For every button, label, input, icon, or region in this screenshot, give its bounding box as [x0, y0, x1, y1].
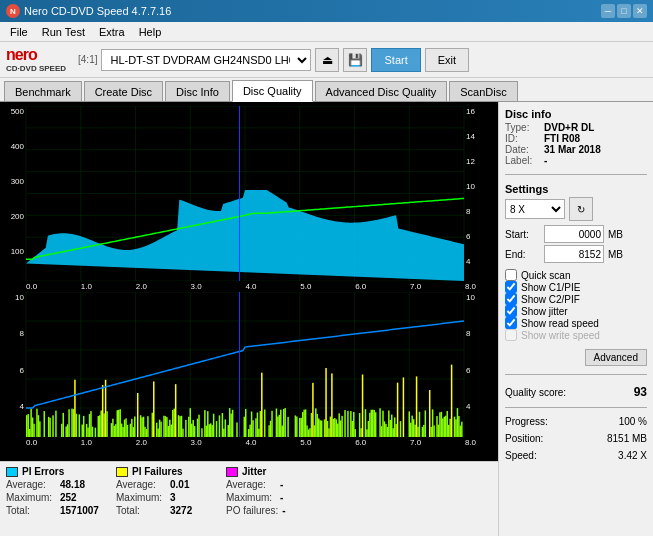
type-label: Type: — [505, 122, 540, 133]
pi-errors-color — [6, 467, 18, 477]
checkboxes-section: Quick scan Show C1/PIE Show C2/PIF Show … — [505, 269, 647, 341]
show-read-speed-checkbox[interactable] — [505, 317, 517, 329]
maximize-button[interactable]: □ — [617, 4, 631, 18]
pi-errors-max-value: 252 — [60, 492, 77, 503]
show-jitter-checkbox[interactable] — [505, 305, 517, 317]
pi-errors-total-label: Total: — [6, 505, 56, 516]
show-write-speed-checkbox[interactable] — [505, 329, 517, 341]
progress-row: Progress: 100 % — [505, 416, 647, 427]
date-label: Date: — [505, 144, 540, 155]
position-row: Position: 8151 MB — [505, 433, 647, 444]
pi-errors-label: PI Errors — [22, 466, 64, 477]
settings-title: Settings — [505, 183, 647, 195]
end-field-label: End: — [505, 249, 540, 260]
pi-failures-label: PI Failures — [132, 466, 183, 477]
end-field[interactable] — [544, 245, 604, 263]
show-c2-pif-label: Show C2/PIF — [521, 294, 580, 305]
tab-advanced-disc-quality[interactable]: Advanced Disc Quality — [315, 81, 448, 101]
show-c1-pie-label: Show C1/PIE — [521, 282, 580, 293]
pi-failures-color — [116, 467, 128, 477]
quick-scan-label: Quick scan — [521, 270, 570, 281]
start-unit: MB — [608, 229, 623, 240]
jitter-label: Jitter — [242, 466, 266, 477]
show-read-speed-label: Show read speed — [521, 318, 599, 329]
exit-button[interactable]: Exit — [425, 48, 469, 72]
pi-errors-max-label: Maximum: — [6, 492, 56, 503]
disc-info-title: Disc info — [505, 108, 647, 120]
minimize-button[interactable]: ─ — [601, 4, 615, 18]
x-axis-top: 0.0 1.0 2.0 3.0 4.0 5.0 6.0 7.0 8.0 — [4, 281, 494, 292]
app-icon: N — [6, 4, 20, 18]
position-label: Position: — [505, 433, 543, 444]
pi-errors-group: PI Errors Average: 48.18 Maximum: 252 To… — [6, 466, 106, 532]
jitter-group: Jitter Average: - Maximum: - PO failures… — [226, 466, 326, 532]
quality-score-row: Quality score: 93 — [505, 385, 647, 399]
show-write-speed-label: Show write speed — [521, 330, 600, 341]
drive-bracket-label: [4:1] — [78, 54, 97, 65]
speed-value: 3.42 X — [618, 450, 647, 461]
show-c2-pif-checkbox[interactable] — [505, 293, 517, 305]
position-value: 8151 MB — [607, 433, 647, 444]
quality-score-value: 93 — [634, 385, 647, 399]
quick-scan-checkbox[interactable] — [505, 269, 517, 281]
po-failures-label: PO failures: — [226, 505, 278, 516]
close-button[interactable]: ✕ — [633, 4, 647, 18]
logo-sub: CD·DVD SPEED — [6, 64, 66, 73]
logo: nero CD·DVD SPEED — [6, 46, 66, 73]
start-field-label: Start: — [505, 229, 540, 240]
tab-benchmark[interactable]: Benchmark — [4, 81, 82, 101]
speed-label: Speed: — [505, 450, 537, 461]
pi-failures-group: PI Failures Average: 0.01 Maximum: 3 Tot… — [116, 466, 216, 532]
disc-label-value: - — [544, 155, 547, 166]
type-value: DVD+R DL — [544, 122, 594, 133]
progress-label: Progress: — [505, 416, 548, 427]
start-field[interactable] — [544, 225, 604, 243]
jitter-max-label: Maximum: — [226, 492, 276, 503]
jitter-avg-value: - — [280, 479, 283, 490]
disc-info-section: Disc info Type: DVD+R DL ID: FTI R08 Dat… — [505, 108, 647, 166]
right-panel: Disc info Type: DVD+R DL ID: FTI R08 Dat… — [498, 102, 653, 536]
divider-3 — [505, 407, 647, 408]
speed-select[interactable]: 8 X — [505, 199, 565, 219]
refresh-icon[interactable]: ↻ — [569, 197, 593, 221]
window-controls: ─ □ ✕ — [601, 4, 647, 18]
menu-extra[interactable]: Extra — [93, 24, 131, 40]
pi-failures-avg-label: Average: — [116, 479, 166, 490]
menu-file[interactable]: File — [4, 24, 34, 40]
pi-errors-avg-label: Average: — [6, 479, 56, 490]
start-button[interactable]: Start — [371, 48, 420, 72]
quality-score-label: Quality score: — [505, 387, 566, 398]
drive-select[interactable]: HL-DT-ST DVDRAM GH24NSD0 LH00 — [101, 49, 311, 71]
save-icon[interactable]: 💾 — [343, 48, 367, 72]
menu-run-test[interactable]: Run Test — [36, 24, 91, 40]
pi-failures-total-label: Total: — [116, 505, 166, 516]
show-c1-pie-checkbox[interactable] — [505, 281, 517, 293]
progress-value: 100 % — [619, 416, 647, 427]
tab-disc-quality[interactable]: Disc Quality — [232, 80, 313, 102]
jitter-avg-label: Average: — [226, 479, 276, 490]
show-jitter-label: Show jitter — [521, 306, 568, 317]
pi-errors-avg-value: 48.18 — [60, 479, 85, 490]
stats-bar: PI Errors Average: 48.18 Maximum: 252 To… — [0, 461, 498, 536]
tab-disc-info[interactable]: Disc Info — [165, 81, 230, 101]
tab-bar: Benchmark Create Disc Disc Info Disc Qua… — [0, 78, 653, 102]
x-axis-bottom: 0.0 1.0 2.0 3.0 4.0 5.0 6.0 7.0 8.0 — [4, 437, 494, 448]
eject-icon[interactable]: ⏏ — [315, 48, 339, 72]
pi-failures-max-value: 3 — [170, 492, 176, 503]
charts-area: 0.0 1.0 2.0 3.0 4.0 5.0 6.0 7.0 8.0 0.0 … — [0, 102, 498, 461]
tab-create-disc[interactable]: Create Disc — [84, 81, 163, 101]
disc-label-label: Label: — [505, 155, 540, 166]
divider-2 — [505, 374, 647, 375]
advanced-button[interactable]: Advanced — [585, 349, 647, 366]
speed-row: Speed: 3.42 X — [505, 450, 647, 461]
divider-1 — [505, 174, 647, 175]
pi-failures-avg-value: 0.01 — [170, 479, 189, 490]
menu-help[interactable]: Help — [133, 24, 168, 40]
end-unit: MB — [608, 249, 623, 260]
toolbar: nero CD·DVD SPEED [4:1] HL-DT-ST DVDRAM … — [0, 42, 653, 78]
main-content: 0.0 1.0 2.0 3.0 4.0 5.0 6.0 7.0 8.0 0.0 … — [0, 102, 653, 536]
id-value: FTI R08 — [544, 133, 580, 144]
settings-section: Settings 8 X ↻ Start: MB End: MB — [505, 183, 647, 263]
pi-errors-total-value: 1571007 — [60, 505, 99, 516]
tab-scandisc[interactable]: ScanDisc — [449, 81, 517, 101]
